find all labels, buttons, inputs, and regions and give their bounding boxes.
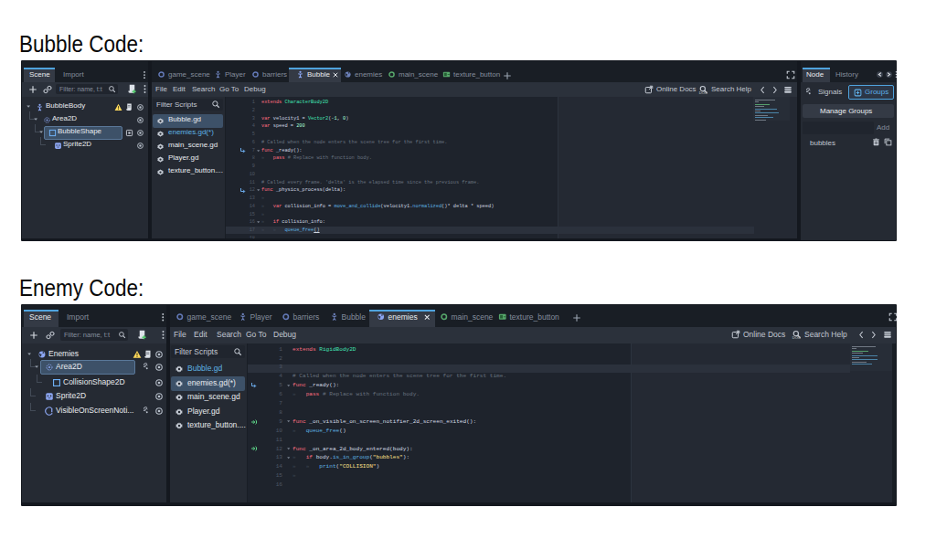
svg-text:DOC: DOC (699, 90, 707, 95)
svg-text:DOC: DOC (792, 335, 801, 340)
